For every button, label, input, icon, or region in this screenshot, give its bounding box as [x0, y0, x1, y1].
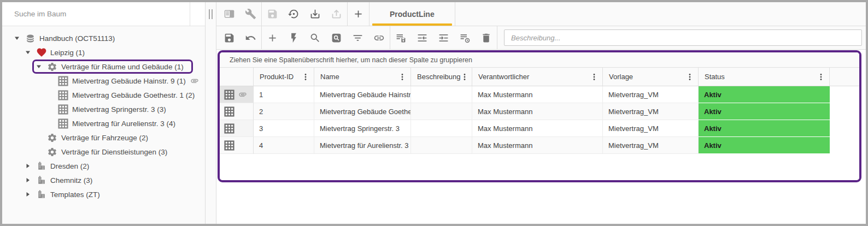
column-label: Beschreibung — [417, 73, 461, 81]
row-icon-cell[interactable] — [220, 86, 254, 103]
cell-verantwortlicher: Max Mustermann — [472, 103, 603, 120]
tree-item-handbuch[interactable]: Handbuch (OCT51113) — [2, 31, 205, 45]
cell-beschreibung — [411, 120, 472, 137]
collapse-columns-button[interactable] — [412, 26, 433, 49]
table-row[interactable]: 2 Mietvertrag Gebäude Goethestr. 1 Max M… — [220, 103, 859, 120]
tree-item-mietvertrag-springerstr[interactable]: Mietvertrag Springerstr. 3 (3) — [2, 102, 205, 116]
cell-produkt-id: 3 — [254, 120, 314, 137]
tree-item-label: Mietvertrag Gebäude Hainstr. 9 (1) — [72, 77, 189, 85]
header-vorlage[interactable]: Vorlage — [603, 68, 699, 86]
cell-filler — [830, 103, 859, 120]
toolbar-separator — [497, 26, 497, 49]
cell-filler — [830, 137, 859, 154]
tree-item-label: Verträge für Dienstleistungen (3) — [61, 148, 171, 156]
column-menu-icon[interactable] — [461, 73, 468, 81]
chevron-right-icon[interactable] — [25, 163, 36, 169]
wrench-button[interactable] — [240, 2, 261, 26]
search-button[interactable] — [304, 26, 326, 49]
save-layout-button[interactable] — [390, 26, 412, 49]
column-menu-icon[interactable] — [817, 73, 825, 81]
navigation-tree: Handbuch (OCT51113) Leipzig (1) Verträge… — [2, 26, 205, 201]
tree-item-chemnitz[interactable]: Chemnitz (3) — [2, 173, 205, 187]
delete-button[interactable] — [476, 26, 497, 49]
tree-item-vertraege-raeume[interactable]: Verträge für Räume und Gebäude (1) — [2, 60, 205, 74]
save-button[interactable] — [219, 26, 240, 49]
header-verantwortlicher[interactable]: Verantwortlicher — [472, 68, 603, 86]
column-menu-icon[interactable] — [590, 73, 598, 81]
tree-panel: Handbuch (OCT51113) Leipzig (1) Verträge… — [2, 2, 206, 224]
tree-item-mietvertrag-hainstr[interactable]: Mietvertrag Gebäude Hainstr. 9 (1) — [2, 74, 205, 88]
chevron-down-icon[interactable] — [36, 64, 47, 69]
grid-toolbar — [216, 26, 866, 50]
tree-item-vertraege-dienstleistungen[interactable]: Verträge für Dienstleistungen (3) — [2, 145, 205, 159]
column-menu-icon[interactable] — [686, 73, 694, 81]
cell-filler — [830, 120, 859, 137]
link-button[interactable] — [368, 26, 390, 49]
tree-item-mietvertrag-goethestr[interactable]: Mietvertrag Gebäude Goethestr. 1 (2) — [2, 88, 205, 102]
tab-label: ProductLine — [390, 10, 435, 19]
cell-vorlage: Mietvertrag_VM — [603, 120, 699, 137]
tree-item-label: Dresden (2) — [50, 162, 92, 170]
chevron-right-icon[interactable] — [25, 177, 36, 183]
table-icon — [224, 123, 234, 134]
search-bar-divider — [190, 2, 190, 26]
cell-name: Mietvertrag Gebäude Hainstr. 9 — [314, 86, 411, 103]
tree-item-label: Templates (ZT) — [50, 191, 103, 199]
row-icon-cell[interactable] — [220, 103, 254, 120]
tree-item-leipzig[interactable]: Leipzig (1) — [2, 45, 205, 60]
status-badge: Aktiv — [699, 120, 830, 137]
undo-button[interactable] — [240, 26, 261, 49]
splitter-grip-icon[interactable] — [209, 9, 213, 19]
row-icon-cell[interactable] — [220, 120, 254, 137]
cell-produkt-id: 4 — [254, 137, 314, 154]
table-row[interactable]: 1 Mietvertrag Gebäude Hainstr. 9 Max Mus… — [220, 86, 859, 103]
tree-item-templates[interactable]: Templates (ZT) — [2, 187, 205, 201]
database-icon — [25, 33, 39, 44]
panel-splitter[interactable] — [206, 2, 216, 224]
cell-name: Mietvertrag Springerstr. 3 — [314, 120, 411, 137]
tree-item-dresden[interactable]: Dresden (2) — [2, 159, 205, 173]
column-menu-icon[interactable] — [398, 73, 406, 81]
gear-icon — [47, 147, 61, 157]
description-input[interactable] — [504, 29, 862, 46]
header-status[interactable]: Status — [699, 68, 830, 86]
table-row[interactable]: 4 Mietvertrag für Aurelienstr. 3 Max Mus… — [220, 137, 859, 154]
building-icon — [36, 189, 50, 200]
tree-item-vertraege-fahrzeuge[interactable]: Verträge für Fahrzeuge (2) — [2, 130, 205, 145]
filter-button[interactable] — [347, 26, 368, 49]
layout-history-button[interactable] — [454, 26, 476, 49]
header-name[interactable]: Name — [314, 68, 411, 86]
add-tab-button[interactable] — [348, 2, 369, 26]
header-beschreibung[interactable]: Beschreibung — [411, 68, 472, 86]
cell-verantwortlicher: Max Mustermann — [472, 137, 603, 154]
paperclip-icon — [190, 76, 199, 85]
tree-search-input[interactable] — [2, 10, 177, 18]
panel-toggle-button[interactable] — [219, 2, 240, 26]
row-icon-cell[interactable] — [220, 137, 254, 154]
tree-item-mietvertrag-aurelienstr[interactable]: Mietvertrag für Aurelienstr. 3 (4) — [2, 116, 205, 130]
column-menu-icon[interactable] — [302, 73, 309, 81]
tree-item-label: Mietvertrag Springerstr. 3 (3) — [72, 105, 169, 114]
download-button[interactable] — [304, 2, 326, 26]
cell-vorlage: Mietvertrag_VM — [603, 137, 699, 154]
cell-name: Mietvertrag Gebäude Goethestr. 1 — [314, 103, 411, 120]
building-icon — [36, 161, 50, 171]
column-label: Verantwortlicher — [478, 73, 529, 81]
cell-name: Mietvertrag für Aurelienstr. 3 — [314, 137, 411, 154]
flash-button[interactable] — [283, 26, 304, 49]
expand-columns-button[interactable] — [433, 26, 454, 49]
header-produkt-id[interactable]: Produkt-ID — [254, 68, 314, 86]
cell-vorlage: Mietvertrag_VM — [603, 103, 699, 120]
search-in-box-button[interactable] — [326, 26, 347, 49]
chevron-down-icon[interactable] — [14, 35, 25, 41]
table-row[interactable]: 3 Mietvertrag Springerstr. 3 Max Musterm… — [220, 120, 859, 137]
add-row-button[interactable] — [262, 26, 283, 49]
table-icon — [224, 90, 234, 100]
chevron-right-icon[interactable] — [25, 192, 36, 197]
tab-productline[interactable]: ProductLine — [369, 2, 455, 26]
grid-header-row: Produkt-ID Name Beschreibung Verantwortl… — [220, 68, 859, 86]
restore-history-button[interactable] — [283, 2, 304, 26]
chevron-down-icon[interactable] — [25, 50, 36, 55]
selected-tree-item-outline: Verträge für Räume und Gebäude (1) — [32, 60, 193, 74]
group-by-dropzone[interactable]: Ziehen Sie eine Spaltenüberschrift hierh… — [220, 52, 859, 68]
